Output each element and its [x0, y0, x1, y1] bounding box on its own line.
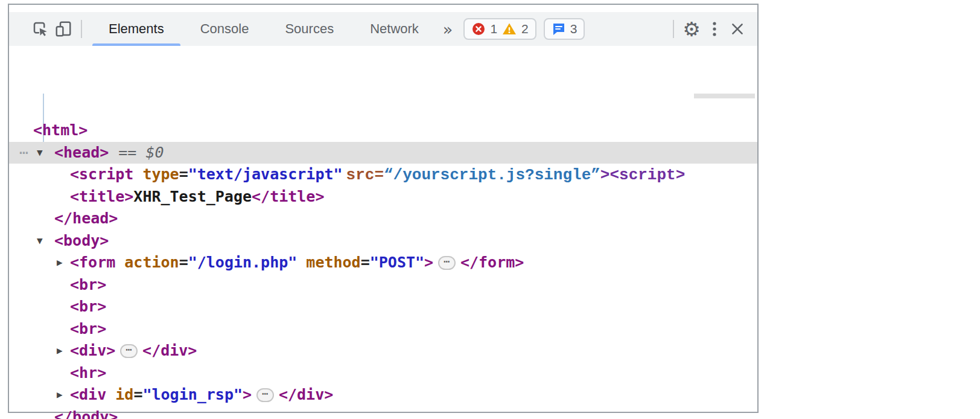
code-token: <title> — [70, 188, 133, 205]
expand-arrow-icon[interactable]: ▶ — [57, 340, 71, 362]
message-count: 3 — [570, 22, 578, 36]
node-br-2[interactable]: <br> — [9, 296, 757, 318]
code-token: = — [361, 254, 370, 271]
expand-arrow-icon[interactable]: ▶ — [57, 384, 71, 406]
devtools-window: ElementsConsoleSourcesNetwork » 1 2 — [8, 4, 759, 413]
more-actions-dots-icon[interactable]: ⋯ — [19, 142, 28, 164]
code-token: <br> — [70, 276, 106, 293]
more-options-button[interactable] — [703, 16, 726, 42]
error-count: 1 — [490, 22, 497, 36]
node-script[interactable]: <script type="text/javascript"src=“/your… — [9, 164, 757, 186]
code-token: </head> — [54, 210, 118, 227]
tab-label: Network — [370, 21, 419, 37]
warning-icon — [501, 22, 517, 36]
elements-tree-panel: <html>⋯▼<head>== $0<script type="text/ja… — [9, 46, 757, 411]
code-token: <body> — [54, 232, 109, 249]
device-toolbar-icon — [54, 20, 72, 38]
code-token: <br> — [70, 320, 106, 337]
code-token: = — [179, 165, 188, 183]
node-body-close[interactable]: </body> — [9, 406, 757, 419]
code-token: XHR_Test_Page — [133, 188, 252, 205]
expand-ellipsis-button[interactable]: ⋯ — [120, 344, 138, 358]
code-token: <html> — [33, 121, 88, 139]
code-token: src= — [346, 166, 384, 184]
node-title[interactable]: <title>XHR_Test_Page</title> — [9, 186, 757, 208]
toolbar-divider — [673, 20, 674, 38]
node-head-close[interactable]: </head> — [9, 208, 757, 230]
warning-count: 2 — [521, 22, 529, 36]
close-devtools-button[interactable] — [726, 16, 749, 42]
selection-row-artifact — [694, 94, 755, 98]
code-token: </body> — [54, 408, 118, 419]
code-token: type — [142, 165, 179, 183]
tab-network[interactable]: Network — [352, 12, 437, 46]
code-token: <hr> — [70, 364, 106, 382]
node-br-3[interactable]: <br> — [9, 318, 757, 341]
node-div[interactable]: ▶<div>⋯</div> — [9, 340, 757, 362]
code-token: </form> — [460, 254, 524, 271]
code-token: </div> — [279, 386, 333, 403]
toolbar-right-cluster — [667, 16, 749, 42]
code-token: <div> — [70, 342, 115, 359]
code-token: > — [243, 386, 252, 403]
code-token: > — [424, 254, 433, 271]
more-tabs-button[interactable]: » — [437, 20, 459, 39]
expand-ellipsis-button[interactable]: ⋯ — [256, 388, 274, 402]
tab-console[interactable]: Console — [182, 12, 267, 46]
code-token: “/yourscript.js?single” — [384, 166, 600, 184]
dom-tree: <html>⋯▼<head>== $0<script type="text/ja… — [9, 120, 757, 419]
tab-label: Sources — [285, 21, 334, 37]
code-token: <form — [70, 254, 124, 271]
expand-ellipsis-button[interactable]: ⋯ — [438, 256, 456, 270]
gear-icon — [682, 19, 701, 39]
code-token: <script — [70, 165, 142, 183]
collapse-arrow-icon[interactable]: ▼ — [37, 142, 51, 164]
code-token: "login_rsp" — [142, 386, 243, 403]
code-token: = — [179, 254, 188, 271]
node-body-open[interactable]: ▼<body> — [9, 230, 757, 252]
code-token: == $0 — [118, 144, 164, 161]
code-token: action — [124, 254, 179, 271]
toolbar-divider — [81, 20, 82, 38]
kebab-menu-icon — [707, 21, 722, 37]
device-toolbar-button[interactable] — [52, 16, 75, 42]
code-token: "POST" — [370, 254, 424, 271]
messages-badge[interactable]: 3 — [544, 18, 585, 40]
close-icon — [730, 21, 745, 37]
devtools-toolbar: ElementsConsoleSourcesNetwork » 1 2 — [9, 12, 757, 46]
error-icon — [471, 22, 486, 36]
node-head-open[interactable]: ⋯▼<head>== $0 — [9, 142, 757, 164]
tab-label: Console — [200, 21, 249, 37]
code-token: method — [297, 254, 360, 271]
expand-arrow-icon[interactable]: ▶ — [57, 252, 71, 274]
code-token: <br> — [70, 298, 106, 315]
message-bubble-icon — [552, 22, 566, 36]
code-token: </div> — [142, 342, 197, 359]
node-html-open[interactable]: <html> — [9, 120, 757, 142]
settings-button[interactable] — [680, 16, 703, 42]
node-hr[interactable]: <hr> — [9, 362, 757, 385]
code-token: "text/javascript" — [188, 165, 343, 183]
code-token: <div — [70, 386, 115, 403]
code-token: "/login.php" — [188, 254, 298, 271]
panel-tabs: ElementsConsoleSourcesNetwork — [91, 12, 437, 46]
code-token: id — [115, 386, 133, 403]
tab-sources[interactable]: Sources — [267, 12, 352, 46]
window-top-strip — [9, 5, 757, 12]
node-br-1[interactable]: <br> — [9, 274, 757, 296]
tab-label: Elements — [109, 21, 164, 37]
node-form[interactable]: ▶<form action="/login.php" method="POST"… — [9, 252, 757, 274]
tab-elements[interactable]: Elements — [91, 12, 182, 46]
inspect-element-button[interactable] — [29, 16, 52, 42]
code-token: ><script> — [600, 166, 685, 184]
node-div-login-rsp[interactable]: ▶<div id="login_rsp">⋯</div> — [9, 384, 757, 406]
code-token: <head> — [54, 144, 109, 161]
inspect-cursor-icon — [31, 20, 49, 38]
errors-warnings-badge[interactable]: 1 2 — [463, 18, 536, 40]
pasted-code-overlay: src=“/yourscript.js?single”><script> — [346, 165, 693, 187]
code-token: = — [133, 386, 142, 403]
code-token: </title> — [252, 188, 324, 205]
collapse-arrow-icon[interactable]: ▼ — [37, 230, 51, 252]
